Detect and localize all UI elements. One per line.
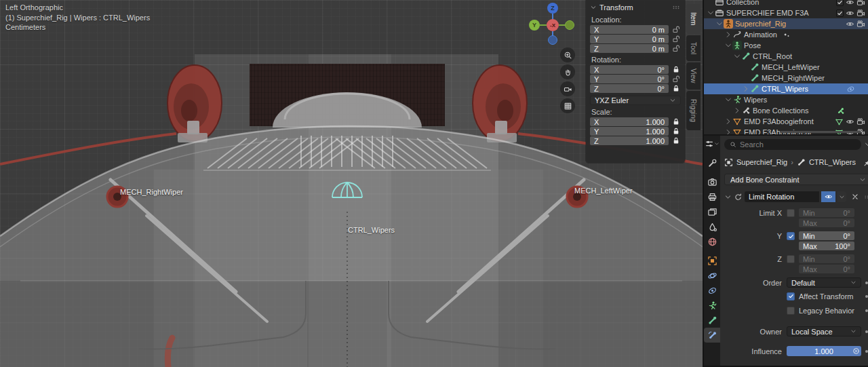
constraint-enable-toggle[interactable] [821,191,835,202]
affect-transform-checkbox[interactable] [787,292,795,301]
chevron-down-icon[interactable] [724,193,732,201]
gizmo-axis-y[interactable]: Y [529,20,540,31]
limit-checkbox[interactable] [787,255,795,263]
min-field[interactable]: Min0° [799,208,854,217]
outliner-row-pose[interactable]: Pose [704,40,868,51]
search-input[interactable]: Search [724,139,861,150]
min-field[interactable]: Min0° [799,231,854,240]
lock-closed-icon[interactable] [671,136,681,145]
gizmo-axis-neg-x[interactable]: -X [547,19,559,31]
rotation-mode-dropdown[interactable]: YXZ Euler [590,96,681,105]
max-field[interactable]: Max0° [799,218,854,227]
camera-view-icon[interactable] [560,81,575,96]
scale-z-field[interactable]: Z1.000 [590,136,669,145]
grip-icon[interactable] [671,3,681,12]
min-field[interactable]: Min0° [799,254,854,263]
add-bone-constraint-button[interactable]: Add Bone Constraint [724,174,868,185]
outliner-row-emd-f3aboogiefront[interactable]: EMD F3Aboogiefront [704,116,868,127]
pin-icon[interactable] [863,158,868,167]
sidebar-tab-item[interactable]: Item [686,4,701,34]
eye-icon[interactable] [846,9,854,18]
lock-open-icon[interactable] [671,35,681,43]
animate-dot[interactable] [861,295,868,298]
animate-dot[interactable] [861,282,868,284]
sidebar-tab-tool[interactable]: Tool [686,35,701,61]
breadcrumb-object[interactable]: Superchief_Rig [736,158,787,166]
outliner-row-superchief-emd-f3a[interactable]: SUPERCHIEF EMD F3A [704,7,868,18]
navigation-gizmo[interactable]: Z Y -X [526,1,575,50]
outliner-row-ctrl-wipers[interactable]: CTRL_Wipers [704,83,868,94]
outliner-row-animation[interactable]: Animation [704,29,868,40]
camera-icon[interactable] [856,117,865,126]
order-dropdown[interactable]: Default [787,277,861,288]
owner-dropdown[interactable]: Local Space [787,326,861,336]
constraint-name-field[interactable]: Limit Rotation [745,191,819,202]
3d-viewport[interactable]: Left Orthographic (1) Superchief_Rig | W… [0,0,703,367]
limit-checkbox[interactable] [787,232,795,240]
max-field[interactable]: Max0° [799,265,854,273]
rotation-z-field[interactable]: Z0° [590,84,669,93]
gizmo-axis-neg-z[interactable] [548,35,557,45]
camera-icon[interactable] [856,20,865,28]
outliner-editor[interactable]: CollectionSUPERCHIEF EMD F3ASuperchief_R… [704,0,868,136]
outliner-row-wipers[interactable]: Wipers [704,94,868,105]
toggle-ortho-icon[interactable] [560,98,575,113]
lock-open-icon[interactable] [671,25,681,34]
properties-tab-bone[interactable] [704,313,720,328]
eye-icon[interactable] [846,117,854,126]
camera-icon[interactable] [856,0,865,7]
rotation-y-field[interactable]: Y0° [590,75,669,83]
editor-type-selector[interactable] [705,139,719,149]
outliner-row-ctrl-root[interactable]: CTRL_Root [704,51,868,62]
limit-checkbox[interactable] [787,209,795,217]
location-x-field[interactable]: X0 m [590,25,669,34]
properties-tab-object-data[interactable] [704,298,720,313]
influence-slider[interactable]: 1.000 [787,346,861,356]
eye-icon[interactable] [846,20,854,28]
max-field[interactable]: Max100° [799,242,854,250]
constraint-grip-icon[interactable] [863,193,868,201]
lock-closed-icon[interactable] [671,65,681,74]
properties-tab-tool[interactable] [704,155,720,170]
properties-tab-scene[interactable] [704,219,720,234]
legacy-behavior-checkbox[interactable] [787,307,795,315]
clear-influence-icon[interactable] [852,347,860,355]
constraint-extras-dropdown[interactable] [837,191,846,202]
options-chevron-icon[interactable] [864,140,868,149]
properties-tab-bone-constraint[interactable] [704,328,720,343]
camera-icon[interactable] [856,9,865,18]
eye-icon[interactable] [846,0,854,7]
lock-closed-icon[interactable] [671,117,681,126]
outliner-row-bone-collections[interactable]: Bone Collections [704,105,868,116]
gizmo-axis-neg-y[interactable] [565,20,574,30]
sidebar-tab-rigging[interactable]: Rigging [686,91,701,130]
location-y-field[interactable]: Y0 m [590,35,669,43]
location-z-field[interactable]: Z0 m [590,44,669,53]
outliner-row-mech-rightwiper[interactable]: MECH_RightWiper [704,73,868,83]
zoom-tool-icon[interactable] [560,47,575,62]
properties-tab-physics[interactable] [704,268,720,283]
rotation-x-field[interactable]: X0° [590,65,669,74]
properties-tab-output[interactable] [704,189,720,204]
transform-panel-header[interactable]: Transform [590,2,681,13]
sidebar-tab-view[interactable]: View [686,62,701,90]
lock-open-icon[interactable] [671,75,681,83]
visibility-checkbox[interactable] [836,0,844,6]
properties-tab-render[interactable] [704,174,720,189]
properties-tab-object-constraints[interactable] [704,283,720,298]
lock-closed-icon[interactable] [671,84,681,93]
scale-x-field[interactable]: X1.000 [590,117,669,126]
constraint-delete-button[interactable] [850,192,860,201]
animate-dot[interactable] [861,309,868,312]
outliner-scrollbar[interactable] [780,131,861,133]
move-view-icon[interactable] [560,64,575,79]
properties-tab-object[interactable] [704,253,720,268]
properties-tab-view-layer[interactable] [704,204,720,219]
gizmo-axis-z[interactable]: Z [547,3,558,14]
breadcrumb-bone[interactable]: CTRL_Wipers [809,158,856,166]
outliner-row-collection[interactable]: Collection [704,0,868,7]
animate-dot[interactable] [861,330,868,333]
outliner-row-mech-leftwiper[interactable]: MECH_LeftWiper [704,62,868,73]
lock-open-icon[interactable] [671,44,681,53]
outliner-row-superchief-rig[interactable]: Superchief_Rig [704,18,868,29]
